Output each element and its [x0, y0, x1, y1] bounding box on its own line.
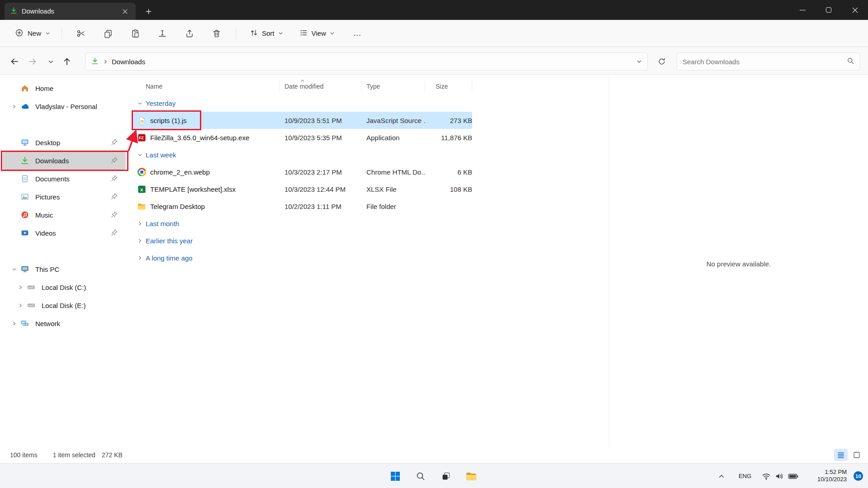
wifi-icon[interactable] [760, 464, 772, 488]
this-pc-icon [19, 265, 31, 274]
start-button[interactable] [384, 466, 406, 486]
new-button[interactable]: New [9, 25, 56, 42]
search-input[interactable] [683, 58, 847, 66]
more-options-button[interactable]: … [347, 25, 367, 42]
sidebar-item-downloads[interactable]: Downloads [3, 152, 126, 170]
sidebar-item-label: This PC [35, 265, 126, 273]
file-row-telegram-desktop[interactable]: Telegram Desktop 10/2/2023 1:11 PM File … [133, 198, 472, 215]
large-icons-view-button[interactable] [850, 449, 863, 461]
music-icon [19, 210, 31, 219]
documents-icon [19, 174, 31, 183]
taskbar-search-icon[interactable] [410, 466, 432, 486]
clock-time: 1:52 PM [817, 469, 847, 476]
sidebar-item-local-disk-c[interactable]: Local Disk (C:) [3, 278, 126, 296]
file-row-chrome-webp[interactable]: chrome_2_en.webp 10/3/2023 2:17 PM Chrom… [133, 163, 472, 180]
content-area: Home Vladyslav - Personal Desktop [0, 75, 868, 447]
sidebar-item-documents[interactable]: Documents [3, 170, 126, 188]
column-header-name[interactable]: Name [133, 81, 280, 92]
battery-icon[interactable] [787, 464, 800, 488]
chevron-right-icon[interactable] [9, 104, 19, 109]
delete-button[interactable] [206, 25, 228, 42]
task-view-icon[interactable] [435, 466, 457, 486]
address-bar[interactable]: Downloads [85, 52, 648, 71]
sidebar-item-music[interactable]: Music [3, 206, 126, 224]
group-header-a-long-time-ago[interactable]: A long time ago [133, 249, 472, 266]
new-tab-button[interactable] [142, 5, 155, 18]
tab-downloads[interactable]: Downloads [5, 3, 136, 20]
tab-close-icon[interactable] [119, 5, 131, 18]
maximize-button[interactable] [816, 0, 842, 20]
group-header-yesterday[interactable]: Yesterday [133, 95, 472, 112]
chevron-right-icon[interactable] [15, 303, 25, 308]
sidebar-item-home[interactable]: Home [3, 79, 126, 97]
sidebar-item-desktop[interactable]: Desktop [3, 133, 126, 152]
recent-locations-chevron[interactable] [42, 52, 60, 71]
forward-button[interactable] [24, 52, 42, 71]
view-toggles [834, 449, 863, 461]
share-button[interactable] [179, 25, 200, 42]
pin-icon [110, 210, 119, 219]
file-name: Telegram Desktop [150, 203, 205, 210]
sidebar-item-label: Network [35, 320, 126, 327]
copy-button[interactable] [97, 25, 119, 42]
chevron-down-icon [138, 151, 142, 159]
sidebar-item-pictures[interactable]: Pictures [3, 188, 126, 206]
pin-icon [110, 192, 119, 201]
sort-button[interactable]: Sort [244, 25, 289, 42]
file-list: Name Date modified Type Size Yesterday [128, 75, 609, 447]
group-header-last-month[interactable]: Last month [133, 215, 472, 232]
sidebar-item-network[interactable]: Network [3, 314, 126, 332]
language-indicator[interactable]: ENG [735, 464, 755, 488]
volume-icon[interactable] [773, 464, 785, 488]
chevron-down-icon[interactable] [9, 267, 19, 272]
cut-button[interactable] [70, 25, 92, 42]
column-header-type[interactable]: Type [362, 81, 425, 92]
home-icon [19, 84, 31, 93]
view-button[interactable]: View [294, 25, 340, 42]
refresh-button[interactable] [653, 52, 670, 71]
file-explorer-window: Downloads New [0, 0, 868, 488]
chevron-down-icon [278, 29, 283, 37]
column-header-date-modified[interactable]: Date modified [280, 81, 362, 92]
file-size: 108 KB [425, 185, 472, 193]
chevron-right-icon [138, 254, 142, 262]
details-view-button[interactable] [834, 449, 848, 461]
hidden-icons-chevron[interactable] [715, 464, 728, 488]
file-row-template-xlsx[interactable]: X TEMPLATE [worksheet].xlsx 10/3/2023 12… [133, 180, 472, 198]
file-row-scripts-js[interactable]: JS scripts (1).js 10/9/2023 5:51 PM Java… [133, 112, 472, 129]
breadcrumb-location[interactable]: Downloads [112, 58, 145, 66]
chevron-right-icon[interactable] [9, 321, 19, 326]
search-icon[interactable] [847, 57, 854, 66]
paste-button[interactable] [124, 25, 146, 42]
sidebar-item-local-disk-e[interactable]: Local Disk (E:) [3, 296, 126, 314]
sidebar-item-videos[interactable]: Videos [3, 224, 126, 242]
pin-icon [110, 138, 119, 147]
file-date: 10/9/2023 5:35 PM [280, 134, 362, 142]
disk-drive-icon [25, 283, 37, 292]
group-label: A long time ago [146, 254, 192, 262]
notification-badge[interactable]: 10 [854, 471, 863, 481]
chevron-down-icon [138, 99, 142, 107]
close-button[interactable] [842, 0, 868, 20]
rename-button[interactable] [152, 25, 173, 42]
up-button[interactable] [58, 52, 76, 71]
file-name: scripts (1).js [150, 117, 187, 124]
file-row-filezilla[interactable]: FZ FileZilla_3.65.0_win64-setup.exe 10/9… [133, 129, 472, 146]
clock[interactable]: 1:52 PM 10/10/2023 [817, 469, 847, 483]
sort-ascending-icon [300, 77, 305, 85]
minimize-button[interactable] [789, 0, 816, 20]
file-type: XLSX File [362, 185, 425, 193]
group-header-earlier-this-year[interactable]: Earlier this year [133, 232, 472, 249]
chevron-right-icon[interactable] [15, 285, 25, 290]
group-header-last-week[interactable]: Last week [133, 146, 472, 163]
sidebar-item-label: Local Disk (C:) [42, 284, 126, 291]
sidebar-item-this-pc[interactable]: This PC [3, 260, 126, 278]
chrome-file-icon [137, 167, 147, 177]
file-explorer-taskbar-icon[interactable] [460, 466, 482, 486]
sidebar-item-onedrive[interactable]: Vladyslav - Personal [3, 97, 126, 115]
column-header-size[interactable]: Size [425, 81, 472, 92]
address-dropdown-chevron[interactable] [636, 58, 642, 66]
file-name: FileZilla_3.65.0_win64-setup.exe [150, 134, 249, 142]
back-button[interactable] [5, 52, 24, 71]
breadcrumb-chevron-icon [103, 58, 108, 66]
